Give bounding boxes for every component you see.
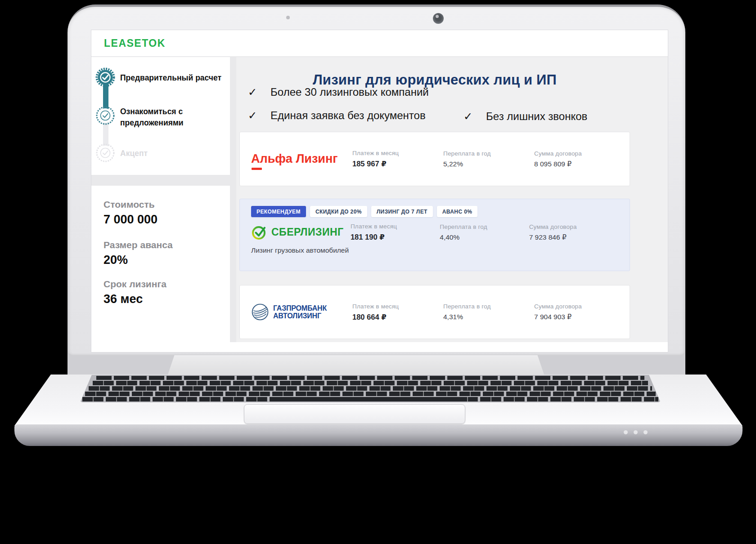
trackpad xyxy=(244,404,465,424)
stat-label: Платеж в месяц xyxy=(351,223,440,230)
offer-card-gazprombank-autoleasing[interactable]: ГАЗПРОМБАНК АВТОЛИЗИНГ Платеж в месяц 18… xyxy=(239,285,630,339)
stat-contract-sum: Сумма договора 7 923 846 ₽ xyxy=(529,223,618,241)
stat-value: 5,22% xyxy=(443,160,534,168)
step-2-label-line2: предложениями xyxy=(120,117,224,129)
badge-recommended: РЕКОМЕНДУЕМ xyxy=(251,206,306,217)
badge-discounts: СКИДКИ ДО 20% xyxy=(310,206,367,217)
checkmark-icon: ✓ xyxy=(248,109,257,122)
sber-leasing-logo-text: СБЕРЛИЗИНГ xyxy=(271,226,344,238)
step-1-label[interactable]: Предварительный расчет xyxy=(120,73,224,83)
gazprombank-logo: ГАЗПРОМБАНК АВТОЛИЗИНГ xyxy=(251,303,352,321)
keyboard-row xyxy=(93,381,648,385)
offers-section: Лизинг для юридических лиц и ИП ✓ Более … xyxy=(236,57,668,342)
stat-contract-sum: Сумма договора 8 095 809 ₽ xyxy=(534,150,625,168)
offer-card-alfa-leasing[interactable]: Альфа Лизинг Платеж в месяц 185 967 ₽ Пе… xyxy=(239,132,630,186)
param-advance-label: Размер аванса xyxy=(104,240,173,250)
stat-label: Переплата в год xyxy=(440,223,529,230)
stat-label: Переплата в год xyxy=(443,303,534,310)
indicator-dot xyxy=(634,430,638,434)
param-term-label: Срок лизинга xyxy=(104,279,166,290)
offer-description: Лизинг грузовых автомобилей xyxy=(251,246,618,254)
benefit-item: ✓ Единая заявка без документов xyxy=(248,109,426,122)
params-panel: Стоимость 7 000 000 Размер аванса 20% Ср… xyxy=(91,186,230,342)
benefit-item: ✓ Более 30 лизинговых компаний xyxy=(248,86,429,98)
indicator-dot xyxy=(644,430,648,434)
benefit-item: ✓ Без лишних звонков xyxy=(464,110,587,123)
step-2-label[interactable]: Ознакомиться с предложениями xyxy=(120,106,224,129)
alfa-underline-mark xyxy=(252,168,262,170)
benefit-text: Без лишних звонков xyxy=(486,110,587,123)
gazprombank-globe-icon xyxy=(251,303,269,321)
stat-label: Платеж в месяц xyxy=(352,150,443,156)
stat-label: Сумма договора xyxy=(529,223,618,230)
badge-term: ЛИЗИНГ ДО 7 ЛЕТ xyxy=(371,206,433,217)
sber-leasing-logo: СБЕРЛИЗИНГ xyxy=(251,224,351,241)
step-3-label[interactable]: Акцепт xyxy=(120,149,224,158)
checkmark-icon: ✓ xyxy=(464,110,472,123)
webcam xyxy=(433,13,444,24)
browser-page: LEASETOK Предварительный расчет xyxy=(91,30,668,352)
alfa-leasing-logo: Альфа Лизинг xyxy=(251,152,352,166)
stat-monthly-payment: Платеж в месяц 185 967 ₽ xyxy=(352,150,443,168)
laptop-mockup-scene: LEASETOK Предварительный расчет xyxy=(0,0,756,544)
badge-row: РЕКОМЕНДУЕМ СКИДКИ ДО 20% ЛИЗИНГ ДО 7 ЛЕ… xyxy=(251,206,618,217)
benefit-text: Более 30 лизинговых компаний xyxy=(270,86,429,98)
keyboard-row xyxy=(85,392,656,396)
stat-value: 4,40% xyxy=(440,233,529,241)
stat-value: 4,31% xyxy=(443,313,534,321)
step-2-seal-check-icon[interactable] xyxy=(95,106,115,125)
keyboard-row xyxy=(82,397,658,401)
stat-overpayment: Переплата в год 4,40% xyxy=(440,223,529,241)
step-3-seal-check-icon[interactable] xyxy=(95,143,115,163)
param-cost-value: 7 000 000 xyxy=(104,213,158,227)
laptop-keyboard xyxy=(80,375,661,402)
site-logo[interactable]: LEASETOK xyxy=(104,30,166,56)
stat-value: 185 967 ₽ xyxy=(352,160,443,168)
step-2-label-line1: Ознакомиться с xyxy=(120,106,224,117)
param-term-value: 36 мес xyxy=(104,292,143,306)
stat-overpayment: Переплата в год 4,31% xyxy=(443,303,534,321)
lid-dot xyxy=(286,16,290,19)
stat-label: Платеж в месяц xyxy=(352,303,443,310)
alfa-leasing-logo-text: Альфа Лизинг xyxy=(251,152,338,165)
stat-value: 181 190 ₽ xyxy=(351,233,440,241)
stat-value: 8 095 809 ₽ xyxy=(534,160,625,168)
keyboard-row xyxy=(89,386,652,391)
stat-value: 180 664 ₽ xyxy=(352,313,443,321)
spacebar-key xyxy=(276,397,465,401)
stat-contract-sum: Сумма договора 7 904 903 ₽ xyxy=(534,303,625,321)
stat-monthly-payment: Платеж в месяц 180 664 ₽ xyxy=(352,303,443,321)
badge-advance: АВАНС 0% xyxy=(437,206,478,217)
stat-overpayment: Переплата в год 5,22% xyxy=(443,150,534,168)
param-cost-label: Стоимость xyxy=(104,199,155,210)
sber-check-circle-icon xyxy=(251,224,267,241)
page-body: Предварительный расчет Ознакомиться с пр… xyxy=(91,56,668,342)
indicator-dot xyxy=(624,430,628,434)
stat-label: Сумма договора xyxy=(534,150,625,157)
gazprombank-logo-line2: АВТОЛИЗИНГ xyxy=(273,312,327,320)
site-header: LEASETOK xyxy=(91,30,668,56)
stat-value: 7 904 903 ₽ xyxy=(534,313,625,321)
step-1-seal-check-icon[interactable] xyxy=(95,67,115,87)
laptop-front-edge xyxy=(14,424,742,446)
stat-value: 7 923 846 ₽ xyxy=(529,233,618,241)
checkmark-icon: ✓ xyxy=(248,86,257,98)
benefit-text: Единая заявка без документов xyxy=(270,109,426,122)
gazprombank-logo-line1: ГАЗПРОМБАНК xyxy=(273,304,327,312)
stat-label: Переплата в год xyxy=(443,150,534,157)
keyboard-row xyxy=(96,376,644,380)
steps-panel: Предварительный расчет Ознакомиться с пр… xyxy=(91,57,230,175)
offer-card-sber-leasing[interactable]: РЕКОМЕНДУЕМ СКИДКИ ДО 20% ЛИЗИНГ ДО 7 ЛЕ… xyxy=(239,199,630,271)
stat-monthly-payment: Платеж в месяц 181 190 ₽ xyxy=(351,223,440,241)
param-advance-value: 20% xyxy=(104,253,128,267)
lid-dot xyxy=(436,15,439,18)
stat-label: Сумма договора xyxy=(534,303,625,310)
